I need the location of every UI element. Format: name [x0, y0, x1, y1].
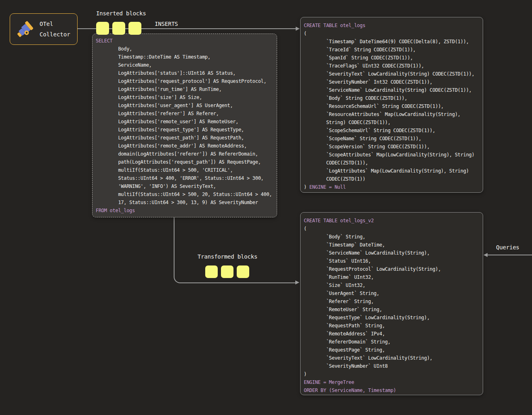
- otel-collector-label: OTelCollector: [40, 19, 70, 40]
- otel-logs-table-panel: CREATE TABLE otel_logs( `Timestamp` Date…: [300, 17, 483, 193]
- code-line: `ScopeVersion` String CODEC(ZSTD(1)),: [304, 143, 479, 151]
- code-line: `RemoteUser` String,: [304, 305, 479, 314]
- code-line: `LogAttributes` Map(LowCardinality(Strin…: [304, 167, 479, 175]
- otel-collector-label-line1: OTel: [40, 21, 53, 27]
- code-line: `Timestamp` DateTime64(9) CODEC(Delta(8)…: [304, 38, 479, 46]
- code-line: `SeverityText` LowCardinality(String),: [304, 354, 479, 362]
- code-line: `Body` String CODEC(ZSTD(1)),: [304, 94, 479, 102]
- code-line: `RefererDomain` String,: [304, 338, 479, 346]
- code-line: multiIf(Status::UInt64 > 500, 20, Status…: [96, 190, 273, 198]
- code-line: `TraceId` String CODEC(ZSTD(1)),: [304, 46, 479, 54]
- code-line: LogAttributes['remote_user'] AS RemoteUs…: [96, 118, 273, 126]
- code-line: path(LogAttributes['request_path']) AS R…: [96, 158, 273, 166]
- telescope-icon: [15, 19, 34, 39]
- code-line: `Body` String,: [304, 233, 479, 241]
- queries-arrowhead-icon: [484, 253, 488, 257]
- code-line: CODEC(ZSTD(1)): [304, 175, 479, 183]
- code-line: LogAttributes['request_type'] AS Request…: [96, 126, 273, 134]
- code-line: CREATE TABLE otel_logs_v2: [304, 217, 479, 225]
- code-line: `RequestPath` String,: [304, 322, 479, 330]
- code-line: `SeverityNumber` UInt8: [304, 362, 479, 370]
- code-line: String) CODEC(ZSTD(1)),: [304, 118, 479, 126]
- code-line: `SpanId` String CODEC(ZSTD(1)),: [304, 54, 479, 62]
- code-line: LogAttributes['run_time'] AS RunTime,: [96, 85, 273, 93]
- code-line: (: [304, 29, 479, 38]
- code-line: LogAttributes['request_protocol'] AS Req…: [96, 77, 273, 85]
- code-line: CODEC(ZSTD(1)),: [304, 159, 479, 167]
- otel-clickhouse-flow-diagram: OTelCollector Inserted blocks INSERTS SE…: [0, 0, 532, 415]
- code-line: CREATE TABLE otel_logs: [304, 21, 479, 29]
- code-line: ENGINE = MergeTree: [304, 378, 479, 386]
- code-line: SELECT: [96, 37, 273, 45]
- otel-collector-card: OTelCollector: [10, 13, 78, 45]
- data-block: [205, 265, 218, 278]
- code-line: `SeverityNumber` Int32 CODEC(ZSTD(1)),: [304, 78, 479, 86]
- transform-arrowhead-icon: [295, 280, 299, 284]
- code-line: (: [304, 225, 479, 233]
- inserts-arrowhead-icon: [296, 27, 300, 31]
- code-line: ) ENGINE = Null: [304, 183, 479, 191]
- code-line: `RequestType` LowCardinality(String),: [304, 314, 479, 322]
- code-line: LogAttributes['status']::UInt16 AS Statu…: [96, 69, 273, 77]
- queries-label: Queries: [496, 244, 519, 251]
- code-line: Status::UInt64 > 400, 'ERROR', Status::U…: [96, 174, 273, 182]
- code-line: `Referer` String,: [304, 297, 479, 305]
- code-line: `ScopeSchemaUrl` String CODEC(ZSTD(1)),: [304, 126, 479, 135]
- code-line: `Timestamp` DateTime,: [304, 241, 479, 249]
- code-line: `UserAgent` String,: [304, 289, 479, 297]
- data-block: [96, 22, 109, 35]
- code-line: `ResourceAttributes` Map(LowCardinality(…: [304, 110, 479, 118]
- code-line: `RequestPage` String,: [304, 346, 479, 354]
- code-line: `RunTime` UInt32,: [304, 273, 479, 281]
- code-line: `TraceFlags` UInt32 CODEC(ZSTD(1)),: [304, 62, 479, 70]
- code-line: ServiceName,: [96, 61, 273, 69]
- code-line: LogAttributes['remote_addr'] AS RemoteAd…: [96, 142, 273, 150]
- data-block: [128, 22, 141, 35]
- code-line: multiIf(Status::UInt64 > 500, 'CRITICAL'…: [96, 166, 273, 174]
- code-line: `ServiceName` LowCardinality(String),: [304, 249, 479, 257]
- code-line: 'WARNING', 'INFO') AS SeverityText,: [96, 182, 273, 190]
- code-line: LogAttributes['size'] AS Size,: [96, 93, 273, 101]
- inserts-label: INSERTS: [155, 21, 178, 27]
- code-line: FROM otel_logs: [96, 206, 273, 215]
- otel-collector-label-line2: Collector: [40, 31, 70, 38]
- code-line: `RequestProtocol` LowCardinality(String)…: [304, 265, 479, 273]
- code-line: LogAttributes['request_path'] AS Request…: [96, 134, 273, 142]
- code-line: LogAttributes['referer'] AS Referer,: [96, 110, 273, 118]
- code-line: `ServiceName` LowCardinality(String) COD…: [304, 86, 479, 94]
- data-block: [112, 22, 125, 35]
- inserted-blocks-label: Inserted blocks: [96, 10, 146, 17]
- otel-logs-v2-table-panel: CREATE TABLE otel_logs_v2( `Body` String…: [300, 212, 483, 395]
- transformed-blocks-group: [205, 265, 249, 278]
- code-line: `ScopeAttributes` Map(LowCardinality(Str…: [304, 151, 479, 159]
- code-line: `RemoteAddress` IPv4,: [304, 330, 479, 338]
- code-line: `Size` UInt32,: [304, 281, 479, 289]
- code-line: LogAttributes['user_agent'] AS UserAgent…: [96, 101, 273, 110]
- code-line: `ResourceSchemaUrl` String CODEC(ZSTD(1)…: [304, 102, 479, 110]
- data-block: [237, 265, 249, 278]
- code-line: ORDER BY (ServiceName, Timestamp): [304, 386, 479, 394]
- code-line: Timestamp::DateTime AS Timestamp,: [96, 53, 273, 61]
- code-line: ): [304, 370, 479, 378]
- select-query-panel: SELECT Body, Timestamp::DateTime AS Time…: [92, 34, 277, 217]
- code-line: domain(LogAttributes['referer']) AS Refe…: [96, 150, 273, 158]
- code-line: `SeverityText` LowCardinality(String) CO…: [304, 70, 479, 78]
- code-line: `Status` UInt16,: [304, 257, 479, 265]
- queries-arrow-line: [486, 255, 532, 255]
- code-line: `ScopeName` String CODEC(ZSTD(1)),: [304, 135, 479, 143]
- inserted-blocks-group: [96, 22, 141, 35]
- code-line: 17, Status::UInt64 > 300, 13, 9) AS Seve…: [96, 198, 273, 206]
- code-line: Body,: [96, 45, 273, 53]
- data-block: [221, 265, 233, 278]
